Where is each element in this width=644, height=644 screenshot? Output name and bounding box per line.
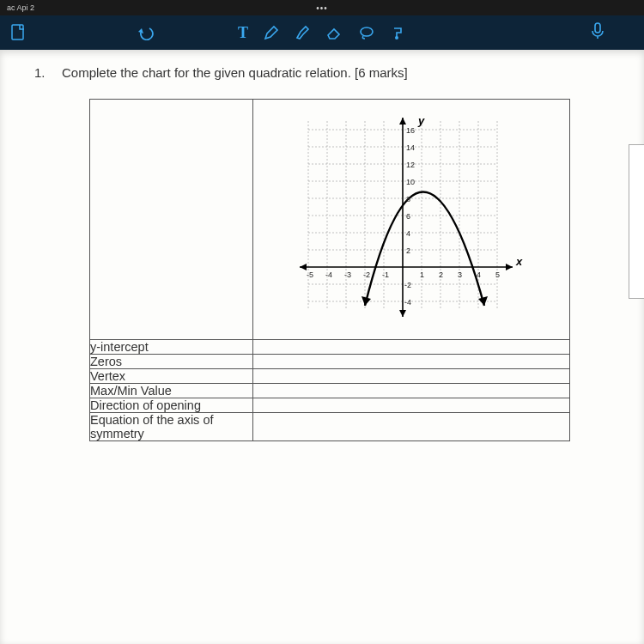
row-answer[interactable] (253, 369, 570, 384)
question-number: 1. (34, 65, 50, 80)
svg-text:2: 2 (439, 270, 443, 279)
svg-marker-27 (300, 264, 307, 270)
graph-row: 1614 1210 86 42 -2-4 -5-4 -3-2 -1 12 34 … (90, 100, 570, 340)
svg-text:-2: -2 (404, 281, 411, 289)
app-toolbar: T (0, 15, 644, 50)
table-row: Vertex (90, 369, 570, 384)
table-row: y-intercept (90, 340, 570, 355)
svg-text:-3: -3 (344, 270, 351, 279)
graph-cell: 1614 1210 86 42 -2-4 -5-4 -3-2 -1 12 34 … (253, 100, 570, 340)
row-label: Equation of the axis of symmetry (90, 413, 253, 441)
svg-text:6: 6 (406, 212, 410, 221)
row-answer[interactable] (253, 340, 570, 355)
row-label: Direction of opening (90, 398, 253, 413)
svg-text:4: 4 (477, 270, 481, 279)
quadratic-graph: 1614 1210 86 42 -2-4 -5-4 -3-2 -1 12 34 … (291, 112, 532, 327)
svg-text:3: 3 (458, 270, 462, 279)
svg-text:-5: -5 (307, 270, 313, 279)
row-answer[interactable] (253, 413, 570, 441)
question-text: 1. Complete the chart for the given quad… (34, 65, 627, 80)
svg-marker-29 (399, 310, 406, 317)
mic-icon[interactable] (591, 22, 605, 39)
svg-marker-28 (399, 118, 406, 125)
undo-icon[interactable] (137, 25, 156, 40)
document-page: 1. Complete the chart for the given quad… (0, 50, 644, 644)
row-answer[interactable] (253, 355, 570, 369)
x-axis-label: x (515, 255, 523, 268)
svg-text:2: 2 (406, 246, 410, 255)
status-dots-icon: ••• (316, 3, 328, 13)
svg-text:4: 4 (406, 229, 410, 238)
question-body: Complete the chart for the given quadrat… (62, 65, 408, 80)
svg-text:10: 10 (406, 178, 415, 186)
table-row: Zeros (90, 355, 570, 369)
svg-text:-1: -1 (382, 270, 389, 279)
graph-row-label (90, 100, 253, 340)
paint-icon[interactable] (391, 25, 406, 40)
worksheet-table: 1614 1210 86 42 -2-4 -5-4 -3-2 -1 12 34 … (89, 99, 570, 441)
pen-icon[interactable] (264, 25, 279, 40)
svg-text:12: 12 (406, 161, 415, 169)
svg-text:1: 1 (420, 270, 424, 279)
table-row: Direction of opening (90, 398, 570, 413)
svg-text:5: 5 (495, 270, 500, 279)
svg-text:-4: -4 (325, 270, 332, 279)
svg-text:14: 14 (406, 143, 415, 152)
eraser-icon[interactable] (325, 25, 343, 40)
lasso-icon[interactable] (358, 25, 375, 40)
svg-rect-3 (595, 23, 600, 33)
row-label: Max/Min Value (90, 384, 253, 398)
row-answer[interactable] (253, 398, 570, 413)
svg-text:-2: -2 (363, 270, 370, 279)
row-label: Zeros (90, 355, 253, 369)
svg-rect-0 (12, 25, 23, 39)
svg-marker-26 (506, 264, 513, 270)
table-row: Equation of the axis of symmetry (90, 413, 570, 441)
device-status-bar: ac Api 2 ••• (0, 0, 644, 15)
side-panel-edge (629, 144, 644, 299)
row-label: y-intercept (90, 340, 253, 355)
svg-text:8: 8 (406, 195, 410, 204)
file-icon[interactable] (10, 24, 26, 41)
svg-point-1 (361, 27, 373, 36)
status-date: ac Api 2 (7, 3, 34, 12)
svg-text:-4: -4 (404, 298, 411, 307)
row-label: Vertex (90, 369, 253, 384)
y-axis-label: y (417, 114, 425, 127)
svg-point-2 (395, 36, 398, 39)
highlighter-icon[interactable] (295, 25, 310, 40)
row-answer[interactable] (253, 384, 570, 398)
text-tool-icon[interactable]: T (238, 24, 248, 42)
svg-text:16: 16 (406, 126, 415, 135)
table-row: Max/Min Value (90, 384, 570, 398)
